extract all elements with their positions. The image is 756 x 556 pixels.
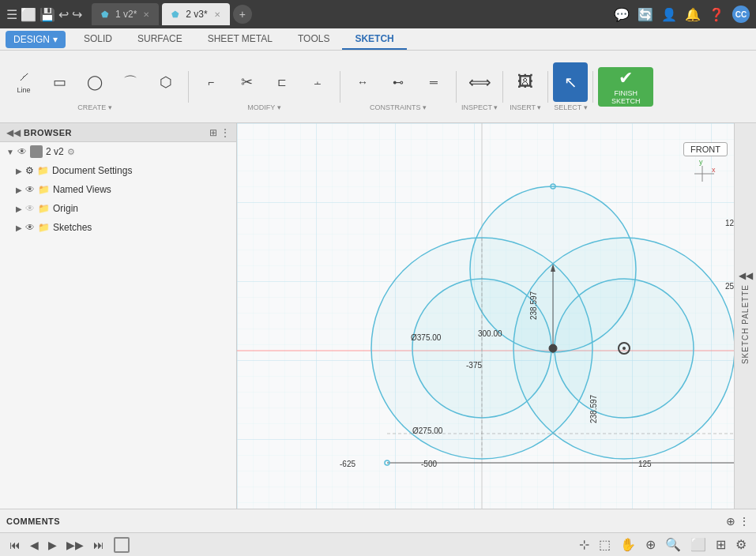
- tab-2[interactable]: ⬟ 2 v3* ✕: [162, 3, 229, 25]
- select-icon: ↖: [564, 73, 577, 92]
- checkmark-icon: ✔: [619, 68, 633, 88]
- play-button[interactable]: ▶: [45, 537, 60, 553]
- add-comment-icon[interactable]: ⊕: [726, 515, 735, 528]
- fillet-tool[interactable]: ⌐: [194, 62, 228, 102]
- notification-icon[interactable]: 🔔: [685, 7, 701, 22]
- browser-item-root[interactable]: ▼ 👁 2 v2 ⚙: [0, 142, 236, 161]
- trim-tool[interactable]: ✂: [229, 62, 264, 102]
- svg-text:238.597: 238.597: [589, 394, 598, 423]
- svg-text:238.597: 238.597: [529, 291, 538, 320]
- refresh-icon[interactable]: 🔄: [638, 7, 653, 22]
- toolbar-buttons: ⟋ Line ▭ ◯ ⌒ ⬡ CREATE ▾: [0, 51, 756, 122]
- front-label: FRONT: [683, 142, 728, 156]
- user-icon[interactable]: 👤: [661, 7, 677, 22]
- avatar[interactable]: CC: [732, 6, 750, 23]
- titlebar-icons: 💬 🔄 👤 🔔 ❓ CC: [614, 6, 750, 23]
- inspect-icon: ⟺: [468, 73, 491, 92]
- svg-text:-500: -500: [421, 460, 437, 468]
- palette-label: SKETCH PALETTE: [741, 284, 750, 364]
- zoom-button[interactable]: ⊕: [642, 535, 659, 554]
- constraint-icon3: ═: [430, 76, 438, 88]
- first-frame-button[interactable]: ⏮: [6, 537, 24, 553]
- tab-solid[interactable]: SOLID: [71, 28, 125, 50]
- grid-button[interactable]: ⊞: [713, 535, 729, 554]
- tab-surface[interactable]: SURFACE: [125, 28, 195, 50]
- eye-icon-faded: 👁: [25, 203, 35, 214]
- finish-sketch-button[interactable]: ✔ FINISH SKETCH: [598, 67, 653, 107]
- circle-icon: ◯: [87, 73, 103, 91]
- finish-sketch-group: ✔ FINISH SKETCH: [598, 67, 653, 107]
- tab-sketch[interactable]: SKETCH: [342, 28, 406, 50]
- svg-text:Ø375.00: Ø375.00: [411, 333, 442, 342]
- comment-options-icon[interactable]: ⋮: [739, 515, 750, 528]
- arrow-icon: ▶: [16, 186, 22, 194]
- comments-bar: COMMENTS ⊕ ⋮: [0, 509, 756, 532]
- display-button[interactable]: ⬜: [687, 535, 709, 554]
- polygon-icon: ⬡: [160, 73, 172, 91]
- browser-options-icon[interactable]: ⋮: [220, 127, 230, 138]
- settings-icon: ⚙: [67, 147, 75, 157]
- browser-header: ◀◀ BROWSER ⊞ ⋮: [0, 123, 236, 142]
- next-frame-button[interactable]: ▶▶: [63, 537, 87, 553]
- constraints-label: CONSTRAINTS ▾: [370, 103, 427, 111]
- last-frame-button[interactable]: ⏭: [90, 537, 107, 553]
- rect-icon: ▭: [53, 73, 66, 91]
- arc-tool[interactable]: ⌒: [113, 62, 148, 102]
- extend-tool[interactable]: ⊏: [265, 62, 299, 102]
- browser-item-origin[interactable]: ▶ 👁 📁 Origin: [0, 199, 236, 218]
- browser-item-named-views[interactable]: ▶ 👁 📁 Named Views: [0, 180, 236, 199]
- tab-tools[interactable]: TOOLS: [285, 28, 342, 50]
- select-mode-button[interactable]: ⊹: [576, 535, 592, 554]
- tab2-close[interactable]: ✕: [214, 10, 220, 19]
- browser-collapse-icon[interactable]: ◀◀: [6, 127, 21, 138]
- new-tab-button[interactable]: +: [233, 5, 252, 24]
- arrow-icon: ▶: [16, 167, 22, 175]
- canvas-area[interactable]: Ø375.00 238.597 Ø275.00 125 250 125 -625…: [237, 123, 734, 509]
- select-tool[interactable]: ↖: [553, 62, 588, 102]
- eye-icon: 👁: [17, 146, 27, 157]
- design-button[interactable]: DESIGN ▾: [6, 31, 66, 48]
- arrow-icon: ▶: [16, 224, 22, 232]
- tab-sheet-metal[interactable]: SHEET METAL: [195, 28, 285, 50]
- folder-icon: 📁: [38, 184, 50, 195]
- circle-tool[interactable]: ◯: [77, 62, 112, 102]
- folder-icon: 📁: [37, 165, 49, 176]
- polygon-tool[interactable]: ⬡: [149, 62, 183, 102]
- browser-item-sketches[interactable]: ▶ 👁 📁 Sketches: [0, 218, 236, 237]
- help-icon[interactable]: ❓: [709, 7, 724, 22]
- component-icon: [30, 145, 43, 158]
- rect-tool[interactable]: ▭: [42, 62, 77, 102]
- title-bar: ☰ ⬜ 💾 ↩ ↪ ⬟ 1 v2* ✕ ⬟ 2 v3* ✕ + 💬 🔄 👤 🔔 …: [0, 0, 756, 28]
- frame-button[interactable]: ⬚: [596, 535, 614, 554]
- mirror-tool[interactable]: ⫠: [300, 62, 335, 102]
- line-tool[interactable]: ⟋ Line: [6, 62, 41, 102]
- toolbar-tabs: DESIGN ▾ SOLID SURFACE SHEET METAL TOOLS…: [0, 28, 756, 51]
- folder-icon: 📁: [38, 203, 50, 214]
- browser-controls: ⊞ ⋮: [209, 127, 230, 138]
- constraint-tool2[interactable]: ⊷: [381, 62, 416, 102]
- palette-expand-icon[interactable]: ◀◀: [735, 267, 756, 284]
- tab1-close[interactable]: ✕: [143, 10, 149, 19]
- pan-button[interactable]: ✋: [617, 535, 639, 554]
- constraint-tool1[interactable]: ↔: [345, 62, 380, 102]
- browser-item-doc-settings[interactable]: ▶ ⚙ 📁 Document Settings: [0, 161, 236, 180]
- folder-icon: 📁: [38, 222, 50, 233]
- options-button[interactable]: ⚙: [732, 535, 750, 554]
- prev-frame-button[interactable]: ◀: [27, 537, 42, 553]
- constraint-icon2: ⊷: [393, 76, 404, 88]
- timeline-icon: [114, 537, 130, 553]
- tab-area: ☰ ⬜ 💾 ↩ ↪ ⬟ 1 v2* ✕ ⬟ 2 v3* ✕ +: [6, 3, 252, 25]
- sketch-canvas: Ø375.00 238.597 Ø275.00 125 250 125 -625…: [237, 123, 734, 509]
- insert-tool[interactable]: 🖼: [508, 62, 543, 102]
- chevron-down-icon: ▾: [53, 34, 58, 45]
- chat-icon[interactable]: 💬: [614, 7, 630, 22]
- tab-1[interactable]: ⬟ 1 v2* ✕: [92, 3, 159, 25]
- svg-text:250: 250: [725, 282, 734, 291]
- bottom-bar: ⏮ ◀ ▶ ▶▶ ⏭ ⊹ ⬚ ✋ ⊕ 🔍 ⬜ ⊞ ⚙: [0, 532, 756, 556]
- constraint-tool3[interactable]: ═: [416, 62, 451, 102]
- arrow-icon: ▶: [16, 205, 22, 213]
- inspect-tool[interactable]: ⟺: [462, 62, 497, 102]
- browser-expand-icon[interactable]: ⊞: [209, 127, 217, 138]
- select-label: SELECT ▾: [554, 103, 587, 111]
- search-button[interactable]: 🔍: [662, 535, 684, 554]
